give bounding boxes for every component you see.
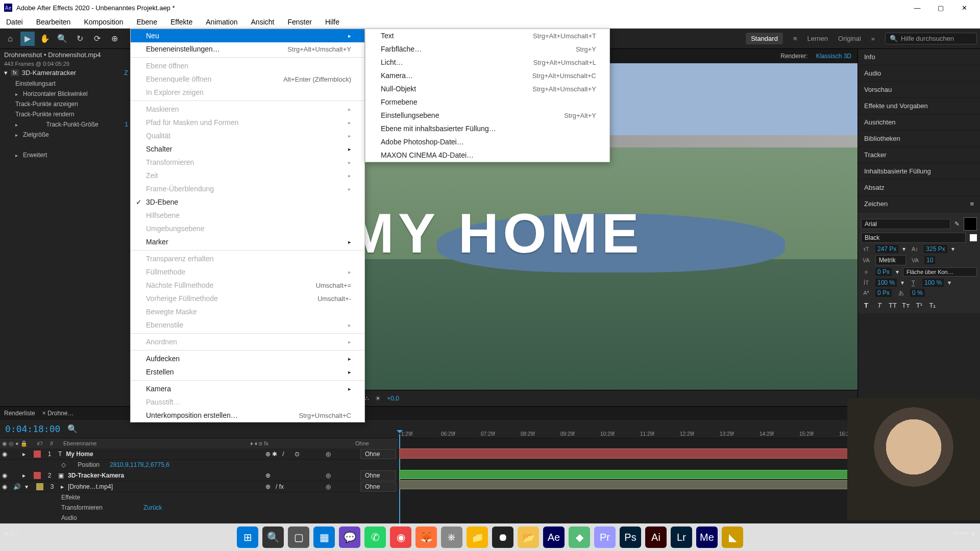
menu-item[interactable]: Ebeneneinstellungen…Strg+Alt+Umschalt+Y xyxy=(131,42,364,56)
panel-bibliotheken[interactable]: Bibliotheken xyxy=(858,131,980,147)
menu-item[interactable]: Formebene xyxy=(365,95,609,109)
visibility-icon[interactable]: ◉ xyxy=(2,483,9,490)
layer-row[interactable]: ◉ ▸ 2 ▣ 3D-Tracker-Kamera ⊕ ◎ Ohne xyxy=(0,470,398,481)
menu-item[interactable]: TextStrg+Alt+Umschalt+T xyxy=(365,29,609,42)
menu-hilfe[interactable]: Hilfe xyxy=(323,17,341,27)
hand-tool[interactable]: ✋ xyxy=(38,32,52,46)
exposure-value[interactable]: +0,0 xyxy=(387,395,399,402)
menu-ansicht[interactable]: Ansicht xyxy=(249,17,277,27)
menu-item[interactable]: Kamera…Strg+Alt+Umschalt+C xyxy=(365,69,609,82)
workspace-overflow-icon[interactable]: » xyxy=(871,35,875,42)
home-tool[interactable]: ⌂ xyxy=(3,32,17,46)
menu-effekte[interactable]: Effekte xyxy=(168,17,194,27)
menu-item[interactable]: Marker xyxy=(131,235,364,248)
taskbar-icon[interactable]: ▢ xyxy=(288,527,309,548)
exposure-icon[interactable]: ☀ xyxy=(375,395,381,402)
panel-audio[interactable]: Audio xyxy=(858,65,980,82)
panel-vorschau[interactable]: Vorschau xyxy=(858,82,980,98)
menu-item[interactable]: MAXON CINEMA 4D-Datei… xyxy=(365,148,609,162)
audio-icon[interactable]: 🔊 xyxy=(13,483,21,490)
taskbar-icon[interactable]: ⊞ xyxy=(237,527,258,548)
workspace-standard[interactable]: Standard xyxy=(746,33,783,44)
taskbar-icon[interactable]: Ai xyxy=(645,527,667,548)
subscript-button[interactable]: T₁ xyxy=(927,300,938,310)
menu-item[interactable]: Adobe Photoshop-Datei… xyxy=(365,135,609,148)
font-size-value[interactable]: 247 Px xyxy=(875,245,898,253)
taskbar-icon[interactable]: 💬 xyxy=(339,527,360,548)
twirl-icon[interactable]: ▾ xyxy=(4,69,8,77)
menu-item[interactable]: Null-ObjektStrg+Alt+Umschalt+Y xyxy=(365,82,609,95)
layer-name[interactable]: My Home xyxy=(66,450,261,458)
panel-menu-icon[interactable]: ≡ xyxy=(970,200,974,208)
panel-absatz[interactable]: Absatz xyxy=(858,180,980,196)
menu-animation[interactable]: Animation xyxy=(204,17,239,27)
menu-item[interactable]: Licht…Strg+Alt+Umschalt+L xyxy=(365,56,609,69)
panel-fuellung[interactable]: Inhaltsbasierte Füllung xyxy=(858,163,980,180)
menu-item[interactable]: Erstellen xyxy=(131,365,364,379)
current-timecode[interactable]: 0:04:18:00 xyxy=(5,423,60,434)
prop-einstellungsart[interactable]: Einstellungsart xyxy=(0,79,132,89)
taskbar-icon[interactable]: 🔍 xyxy=(262,527,284,548)
orbit-tool[interactable]: ↻ xyxy=(72,32,87,46)
menu-komposition[interactable]: Komposition xyxy=(82,17,125,27)
rotate-tool[interactable]: ⟳ xyxy=(90,32,104,46)
help-search[interactable]: 🔍 Hilfe durchsuchen xyxy=(885,33,977,44)
prop-blickwinkel[interactable]: Horizontaler Blickwinkel xyxy=(0,89,132,99)
fill-color-swatch[interactable] xyxy=(964,217,977,231)
taskbar-icon[interactable]: Lr xyxy=(671,527,692,548)
panel-ausrichten[interactable]: Ausrichten xyxy=(858,114,980,131)
anchor-tool[interactable]: ⊕ xyxy=(107,32,121,46)
panel-tracker[interactable]: Tracker xyxy=(858,147,980,163)
visibility-icon[interactable]: ◉ xyxy=(2,472,9,479)
menu-item[interactable]: Ebene mit inhaltsbasierter Füllung… xyxy=(365,122,609,135)
menu-item[interactable]: Kamera xyxy=(131,382,364,395)
taskbar-icon[interactable]: ⏺ xyxy=(492,527,513,548)
prop-trackpunkte-rendern[interactable]: Track-Punkte rendern xyxy=(0,109,132,119)
minimize-button[interactable]: — xyxy=(905,0,929,15)
menu-item[interactable]: Aufdecken xyxy=(131,352,364,365)
eyedropper-icon[interactable]: ✎ xyxy=(954,220,960,228)
zoom-tool[interactable]: 🔍 xyxy=(55,32,69,46)
layer-row[interactable]: ◉🔊 ▾ 3 ▸ [Drohne…t.mp4] ⊕ / fx ◎ Ohne xyxy=(0,481,398,492)
taskbar-icon[interactable]: ◉ xyxy=(390,527,411,548)
timeline-search-icon[interactable]: 🔍 xyxy=(67,424,78,434)
prop-zielgroesse[interactable]: Zielgröße xyxy=(0,130,132,140)
close-button[interactable]: ✕ xyxy=(952,0,976,15)
renderer-value[interactable]: Klassisch 3D xyxy=(816,53,851,60)
workspace-menu-icon[interactable]: ≡ xyxy=(793,35,797,42)
taskbar-icon[interactable]: ✆ xyxy=(364,527,386,548)
menu-item[interactable]: Neu xyxy=(131,29,364,42)
taskbar-icon[interactable]: Ae xyxy=(543,527,565,548)
menu-item[interactable]: Farbfläche…Strg+Y xyxy=(365,42,609,56)
taskbar-icon[interactable]: ◣ xyxy=(722,527,743,548)
menu-datei[interactable]: Datei xyxy=(4,17,25,27)
taskbar-icon[interactable]: 📂 xyxy=(518,527,539,548)
menu-item[interactable]: 3D-Ebene xyxy=(131,195,364,209)
taskbar-icon[interactable]: ⛯ xyxy=(441,527,462,548)
taskbar-icon[interactable]: ▦ xyxy=(313,527,335,548)
position-value[interactable]: 2810,9,1178,2,6775,6 xyxy=(110,461,169,468)
tab-renderliste[interactable]: Renderliste xyxy=(4,410,35,417)
visibility-icon[interactable]: ◉ xyxy=(2,450,9,458)
label-color[interactable] xyxy=(34,450,41,458)
menu-bearbeiten[interactable]: Bearbeiten xyxy=(34,17,73,27)
menu-item[interactable]: Schalter xyxy=(131,142,364,156)
kerning-value[interactable]: Metrik xyxy=(875,255,906,265)
taskbar-icon[interactable]: Me xyxy=(696,527,718,548)
taskbar-icon[interactable]: Pr xyxy=(594,527,616,548)
taskbar-icon[interactable]: Ps xyxy=(620,527,641,548)
smallcaps-button[interactable]: Tᴛ xyxy=(901,300,911,310)
menu-ebene[interactable]: Ebene xyxy=(134,17,159,27)
taskbar-icon[interactable]: 📁 xyxy=(467,527,488,548)
stroke-swatch[interactable] xyxy=(970,234,977,241)
taskbar-icon[interactable]: 🦊 xyxy=(415,527,437,548)
prop-erweitert[interactable]: Erweitert xyxy=(0,150,132,160)
panel-info[interactable]: Info xyxy=(858,49,980,65)
prop-trackpunkte-anzeigen[interactable]: Track-Punkte anzeigen xyxy=(0,99,132,109)
bold-button[interactable]: T xyxy=(861,300,871,310)
tracking-value[interactable]: 10 xyxy=(924,256,935,264)
prop-trackpunkt-groesse[interactable]: Track-Punkt-Größe xyxy=(46,121,99,128)
panel-effekte[interactable]: Effekte und Vorgaben xyxy=(858,98,980,114)
effect-name[interactable]: 3D-Kameratracker xyxy=(22,69,76,77)
selection-tool[interactable]: ▶ xyxy=(20,32,35,46)
